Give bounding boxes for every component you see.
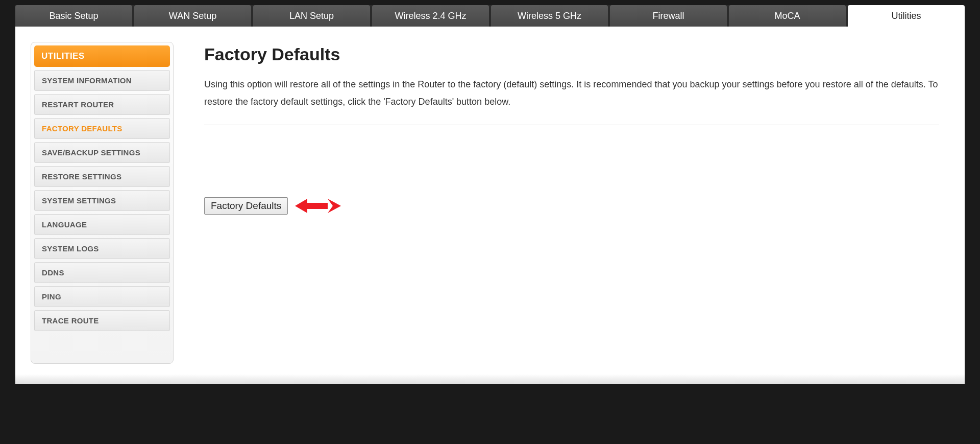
factory-defaults-button[interactable]: Factory Defaults — [204, 197, 288, 215]
action-area: Factory Defaults — [204, 197, 939, 215]
sidebar-item-system-information[interactable]: SYSTEM INFORMATION — [34, 70, 170, 91]
sidebar-item-restart-router[interactable]: RESTART ROUTER — [34, 94, 170, 115]
main-content: Factory Defaults Using this option will … — [204, 42, 939, 364]
svg-marker-1 — [328, 199, 341, 213]
tab-moca[interactable]: MoCA — [729, 5, 846, 27]
sidebar-header: UTILITIES — [34, 45, 170, 67]
tutorial-arrow-icon — [295, 197, 341, 215]
tab-firewall[interactable]: Firewall — [610, 5, 727, 27]
sidebar-item-trace-route[interactable]: TRACE ROUTE — [34, 310, 170, 331]
bottom-shadow — [15, 374, 965, 384]
top-nav-tabs: Basic SetupWAN SetupLAN SetupWireless 2.… — [15, 5, 965, 27]
tab-wireless-2-4-ghz[interactable]: Wireless 2.4 GHz — [372, 5, 489, 27]
sidebar-item-system-logs[interactable]: SYSTEM LOGS — [34, 238, 170, 259]
content-area: UTILITIES SYSTEM INFORMATIONRESTART ROUT… — [15, 27, 965, 374]
tab-lan-setup[interactable]: LAN Setup — [253, 5, 370, 27]
app-frame: Basic SetupWAN SetupLAN SetupWireless 2.… — [0, 0, 980, 444]
page-title: Factory Defaults — [204, 44, 939, 64]
sidebar-item-save-backup-settings[interactable]: SAVE/BACKUP SETTINGS — [34, 142, 170, 163]
sidebar-item-system-settings[interactable]: SYSTEM SETTINGS — [34, 190, 170, 211]
tab-wan-setup[interactable]: WAN Setup — [134, 5, 251, 27]
sidebar-item-language[interactable]: LANGUAGE — [34, 214, 170, 235]
svg-marker-0 — [295, 199, 328, 213]
page-description: Using this option will restore all of th… — [204, 76, 939, 125]
sidebar-item-restore-settings[interactable]: RESTORE SETTINGS — [34, 166, 170, 187]
sidebar: UTILITIES SYSTEM INFORMATIONRESTART ROUT… — [31, 42, 174, 364]
sidebar-item-factory-defaults[interactable]: FACTORY DEFAULTS — [34, 118, 170, 139]
tab-utilities[interactable]: Utilities — [848, 5, 965, 27]
sidebar-item-ping[interactable]: PING — [34, 286, 170, 307]
sidebar-item-ddns[interactable]: DDNS — [34, 262, 170, 283]
tab-wireless-5-ghz[interactable]: Wireless 5 GHz — [491, 5, 608, 27]
tab-basic-setup[interactable]: Basic Setup — [15, 5, 132, 27]
